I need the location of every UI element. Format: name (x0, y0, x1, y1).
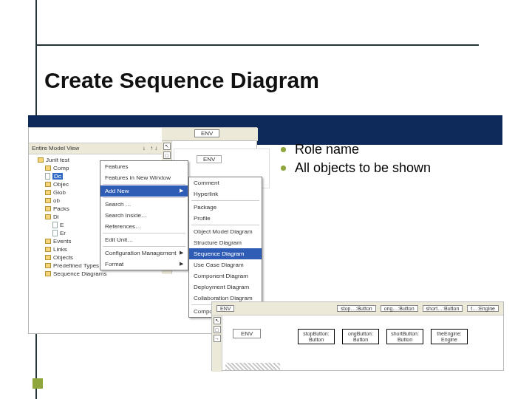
folder-icon (45, 271, 51, 276)
diagram-env-label: ENV (233, 329, 261, 338)
chevron-right-icon: ▶ (180, 261, 183, 267)
tree-item[interactable]: Sequence Diagrams (32, 270, 159, 278)
bullet-row: Role name (281, 140, 431, 159)
lifeline-object[interactable]: stopButton: Button (298, 329, 335, 344)
menu-item-features-new-window[interactable]: Features in New Window (100, 172, 188, 183)
lifeline-object[interactable]: theEngine: Engine (431, 329, 468, 344)
submenu-structure-diagram[interactable]: Structure Diagram (189, 237, 262, 248)
menu-item-config-management[interactable]: Configuration Management▶ (100, 248, 188, 259)
folder-icon (45, 247, 51, 252)
submenu-component-diagram[interactable]: Component Diagram (189, 270, 262, 282)
document-icon (45, 173, 50, 180)
header-obj: ong…:Button (381, 305, 418, 312)
menu-item-search[interactable]: Search … (100, 199, 188, 210)
screenshot-sequence-diagram: ENV stop…:Button ong…:Button short…:Butt… (211, 301, 504, 371)
submenu-deployment-diagram[interactable]: Deployment Diagram (189, 282, 262, 293)
header-env: ENV (216, 305, 234, 312)
folder-icon (38, 157, 44, 163)
folder-icon (45, 166, 51, 171)
menu-item-references[interactable]: References… (100, 221, 188, 232)
submenu-use-case-diagram[interactable]: Use Case Diagram (189, 259, 262, 270)
document-icon (52, 230, 58, 236)
menu-separator (191, 200, 259, 201)
submenu-comment[interactable]: Comment (189, 177, 262, 188)
tree-header-label: Entire Model View (32, 145, 79, 151)
diagram-object-row: stopButton: Button ongButton: Button sho… (293, 324, 472, 349)
slide-title: Create Sequence Diagram (44, 68, 319, 93)
tool-cursor-icon[interactable]: ↖ (214, 317, 221, 324)
tree-root-label: Junit test (46, 157, 69, 163)
slide-bullet-list: Role name All objects to be shown (281, 140, 431, 177)
lifeline-object[interactable]: ongButton: Button (342, 329, 379, 344)
submenu-add-new: Comment Hyperlink Package Profile Object… (188, 177, 262, 318)
bullet-icon (281, 147, 286, 152)
hatch-area (225, 363, 280, 370)
folder-icon (45, 190, 51, 195)
document-icon (52, 222, 58, 228)
folder-icon (45, 214, 51, 219)
diagram-topbar: ENV stop…:Button ong…:Button short…:Butt… (212, 302, 503, 316)
menu-separator (103, 184, 185, 185)
chevron-right-icon: ▶ (180, 188, 183, 194)
tree-header: Entire Model View ↓ ↑↓ (29, 143, 162, 154)
folder-icon (45, 182, 51, 187)
header-obj: short…:Button (423, 305, 463, 312)
menu-separator (103, 233, 185, 233)
bullet-text: Role name (295, 142, 359, 157)
chevron-right-icon: ▶ (180, 250, 183, 256)
bullet-row: All objects to be shown (281, 159, 431, 177)
submenu-hyperlink[interactable]: Hyperlink (189, 188, 262, 200)
lifeline-object[interactable]: shortButton: Button (386, 329, 423, 344)
canvas-header: ENV (162, 128, 258, 141)
menu-item-edit-unit[interactable]: Edit Unit… (100, 234, 188, 245)
diagram-tool-strip: ↖ □ → (212, 316, 222, 372)
header-obj: t…:Engine (467, 305, 499, 312)
decor-rule-horizontal (35, 44, 479, 46)
submenu-object-model-diagram[interactable]: Object Model Diagram (189, 226, 262, 237)
folder-icon (45, 239, 51, 244)
canvas-env-label-2: ENV (197, 155, 222, 163)
menu-item-add-new[interactable]: Add New▶ (100, 185, 188, 197)
canvas-env-label: ENV (194, 129, 219, 137)
menu-separator (103, 246, 185, 247)
menu-item-format[interactable]: Format▶ (100, 259, 188, 270)
context-menu: Features Features in New Window Add New▶… (100, 160, 188, 270)
tool-cursor-icon[interactable]: ↖ (163, 143, 171, 150)
folder-icon (45, 198, 51, 203)
menu-item-features[interactable]: Features (100, 161, 188, 172)
tool-square-icon[interactable]: □ (214, 326, 221, 333)
submenu-profile[interactable]: Profile (189, 213, 262, 224)
menu-separator (103, 197, 185, 198)
menu-item-search-inside[interactable]: Search Inside… (100, 210, 188, 221)
tool-square-icon[interactable]: □ (163, 151, 171, 159)
folder-icon (45, 263, 51, 268)
folder-icon (45, 255, 51, 260)
tool-arrow-icon[interactable]: → (214, 335, 221, 342)
bullet-icon (281, 166, 286, 171)
menu-separator (191, 225, 259, 225)
bullet-text: All objects to be shown (295, 160, 431, 176)
tree-sort-arrows-icon[interactable]: ↓ ↑↓ (143, 145, 159, 151)
header-obj: stop…:Button (337, 305, 375, 312)
submenu-package[interactable]: Package (189, 202, 262, 213)
submenu-sequence-diagram[interactable]: Sequence Diagram (189, 248, 262, 259)
folder-icon (45, 206, 51, 211)
slide-footer-square-icon (33, 378, 43, 389)
